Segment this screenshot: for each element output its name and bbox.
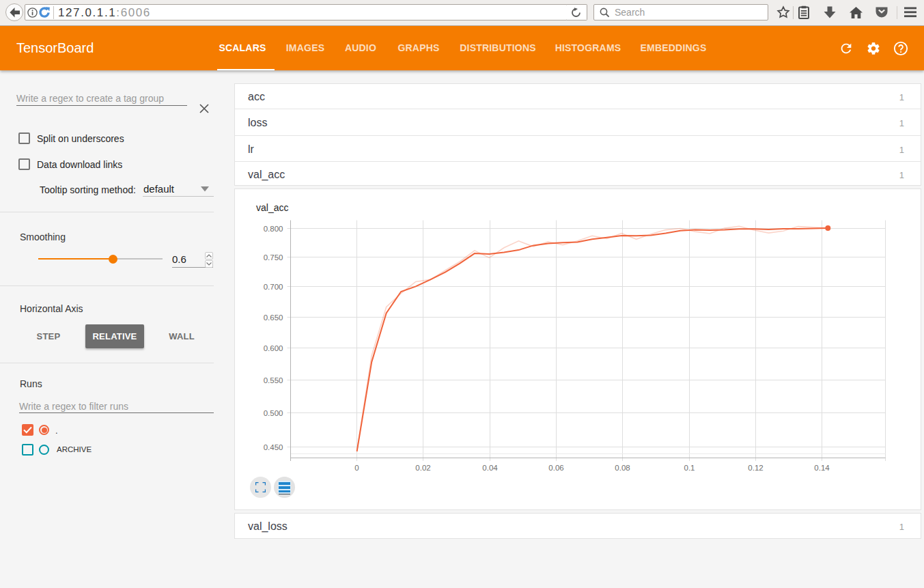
svg-text:0.800: 0.800 [264,225,283,233]
svg-text:0.500: 0.500 [264,409,283,417]
svg-text:0.750: 0.750 [264,253,283,262]
svg-text:0: 0 [354,464,359,472]
svg-text:0.650: 0.650 [264,313,283,322]
svg-text:0.02: 0.02 [415,464,430,472]
svg-text:0.14: 0.14 [814,464,830,472]
svg-text:0.12: 0.12 [748,464,763,472]
svg-text:0.600: 0.600 [264,344,283,352]
svg-text:0.08: 0.08 [615,464,630,472]
svg-text:0.450: 0.450 [264,443,283,451]
svg-text:0.04: 0.04 [482,464,498,472]
svg-text:0.700: 0.700 [264,283,283,291]
svg-text:0.06: 0.06 [548,464,563,472]
svg-text:0.1: 0.1 [684,464,695,472]
svg-text:0.550: 0.550 [264,376,283,384]
